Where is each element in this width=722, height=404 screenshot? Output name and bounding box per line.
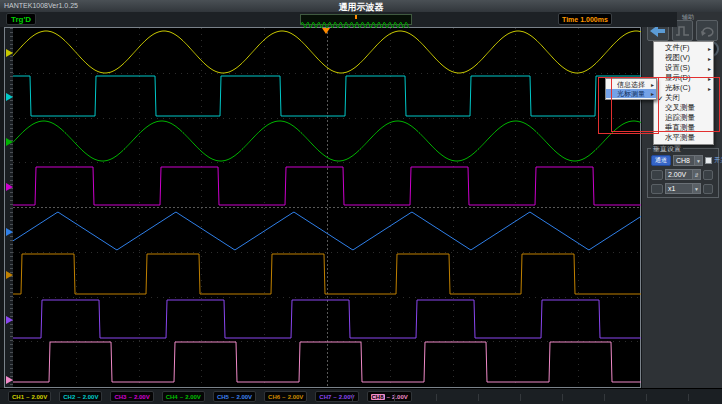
divider [604, 394, 605, 401]
channel-enable-checkbox[interactable] [705, 157, 712, 164]
divider [562, 394, 563, 401]
divider [688, 394, 689, 401]
probe-prev-button[interactable] [651, 184, 663, 194]
overview-trace [301, 22, 409, 28]
divider [520, 394, 521, 401]
channel-marker-ch5[interactable] [6, 228, 13, 236]
channel-id-label: CH3 [114, 394, 126, 400]
page-title: 通用示波器 [0, 1, 722, 14]
channel-button[interactable]: 通道 [651, 155, 671, 166]
chevron-down-icon[interactable]: ▼ [694, 156, 702, 165]
switch-label: 开关 [714, 156, 722, 165]
channel-badge[interactable]: CH1~2.00V [8, 391, 51, 402]
submenu-arrow-icon: ▸ [705, 65, 711, 72]
channel-select[interactable]: CH8 ▼ [673, 155, 703, 166]
channel-status-bar: CH1~2.00VCH2~2.00VCH3~2.00VCH4~2.00VCH5~… [0, 388, 722, 404]
volts-per-div-label: 2.00V [288, 394, 304, 400]
divider [478, 394, 479, 401]
volts-per-div-label: 2.00V [32, 394, 48, 400]
status-bar-extension [641, 12, 677, 27]
timebase-readout[interactable]: Time 1.000ms [558, 13, 612, 25]
chevron-down-icon[interactable]: ▼ [692, 184, 700, 193]
menu-item[interactable]: 视图(V)▸ [654, 53, 713, 63]
channel-marker-ch7[interactable] [6, 316, 13, 324]
channel-marker-ch8[interactable] [6, 376, 13, 384]
volts-per-div-label: 2.00V [134, 394, 150, 400]
volts-per-div-select[interactable]: 2.00V ⇵ [665, 169, 701, 180]
divider [394, 394, 395, 401]
channel-badge[interactable]: CH8~2.00V [367, 391, 412, 402]
overview-trigger-tick-icon[interactable] [355, 15, 357, 19]
coupling-symbol: ~ [26, 394, 30, 400]
submenu-arrow-icon: ▸ [705, 55, 711, 62]
channel-id-label: CH6 [268, 394, 280, 400]
vertical-ruler [5, 28, 13, 387]
channel-marker-ch4[interactable] [6, 138, 13, 146]
annotation-rectangle [611, 77, 720, 132]
channel-marker-ch6[interactable] [6, 271, 13, 279]
channel-id-label: CH7 [319, 394, 331, 400]
overview-waveform [301, 20, 411, 29]
menu-item-label: 设置(S) [665, 63, 705, 73]
channel-marker-ch3[interactable] [6, 183, 13, 191]
channel-badge[interactable]: CH2~2.00V [59, 391, 102, 402]
channel-id-label: CH1 [12, 394, 24, 400]
group-title: 垂直设置 [651, 145, 683, 152]
coupling-symbol: ~ [128, 394, 132, 400]
menu-item-label: 视图(V) [665, 53, 705, 63]
spinner-icon[interactable]: ⇵ [692, 170, 700, 179]
coupling-symbol: ~ [333, 394, 337, 400]
volts-per-div-label: 2.00V [83, 394, 99, 400]
divider [436, 394, 437, 401]
volts-per-div-label: 2.00V [236, 394, 252, 400]
divider [352, 394, 353, 401]
coupling-symbol: ~ [231, 394, 235, 400]
channel-marker-ch1[interactable] [6, 49, 13, 57]
waveform-display[interactable] [4, 27, 641, 388]
volts-per-div-label: 2.00V [185, 394, 201, 400]
probe-select[interactable]: x1 ▼ [665, 183, 701, 194]
coupling-symbol: ~ [180, 394, 184, 400]
coupling-symbol: ~ [387, 394, 391, 400]
submenu-arrow-icon: ▸ [705, 45, 711, 52]
coupling-symbol: ~ [77, 394, 81, 400]
channel-badge[interactable]: CH4~2.00V [162, 391, 205, 402]
menu-item-label: 文件(F) [665, 43, 705, 53]
divider [646, 394, 647, 401]
channel-id-label: CH2 [63, 394, 75, 400]
volts-increase-button[interactable] [703, 170, 713, 180]
channel-id-label: CH5 [217, 394, 229, 400]
channel-id-label: CH8 [371, 394, 385, 400]
buffer-overview[interactable] [300, 14, 412, 25]
title-bar: HANTEK1008Ver1.0.25 通用示波器 [0, 0, 722, 12]
redo-arrow-icon [700, 24, 714, 37]
channel-id-label: CH4 [166, 394, 178, 400]
probe-next-button[interactable] [703, 184, 713, 194]
vertical-settings-group: 垂直设置 通道 CH8 ▼ 开关 2.00V ⇵ x1 ▼ [647, 148, 719, 198]
volts-decrease-button[interactable] [651, 170, 663, 180]
menu-item[interactable]: 水平测量 [654, 133, 713, 143]
channel-badge[interactable]: CH3~2.00V [110, 391, 153, 402]
menu-item[interactable]: 文件(F)▸ [654, 43, 713, 53]
pulse-icon [675, 25, 690, 37]
trigger-status-badge: Trg'D [6, 13, 36, 25]
channel-marker-ch2[interactable] [6, 93, 13, 101]
coupling-symbol: ~ [282, 394, 286, 400]
redo-button[interactable] [696, 20, 718, 41]
status-bar: Trg'D Time 1.000ms [0, 12, 641, 27]
waveform-plot[interactable] [13, 28, 641, 386]
channel-badge[interactable]: CH5~2.00V [213, 391, 256, 402]
menu-item-label: 水平测量 [665, 133, 705, 143]
channel-badge[interactable]: CH6~2.00V [264, 391, 307, 402]
menu-item[interactable]: 设置(S)▸ [654, 63, 713, 73]
